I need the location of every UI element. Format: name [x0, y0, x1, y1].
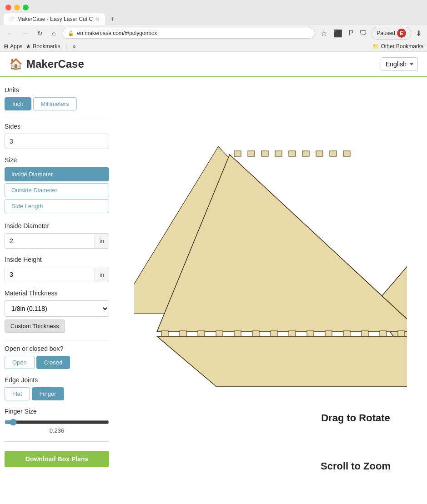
finger-size-section: Finger Size 0.236: [5, 408, 109, 434]
svg-rect-30: [343, 331, 350, 336]
svg-rect-7: [289, 151, 296, 156]
close-button[interactable]: [5, 5, 11, 10]
avatar-initial: E: [400, 30, 403, 36]
edge-joints-section: Edge Joints Flat Finger: [5, 376, 109, 400]
finger-button[interactable]: Finger: [32, 387, 64, 400]
page-header: 🏠 MakerCase English: [0, 52, 427, 77]
svg-rect-22: [198, 331, 205, 336]
zoom-hint: Scroll to Zoom: [321, 460, 391, 472]
logo-icon: 🏠: [9, 58, 23, 70]
sidebar: Units Inch Millimeters Sides Size Inside…: [0, 77, 114, 499]
side-length-btn[interactable]: Side Length: [5, 199, 109, 213]
maximize-button[interactable]: [23, 5, 29, 10]
units-toggle-group: Inch Millimeters: [5, 97, 109, 110]
inside-height-unit: in: [95, 268, 109, 282]
units-section: Units Inch Millimeters: [5, 86, 109, 110]
material-thickness-select[interactable]: 1/8in (0.118) 1/4in (0.25) Custom: [5, 300, 109, 317]
inside-height-input-group: in: [5, 267, 109, 282]
star-bookmark-icon: ★: [26, 43, 31, 50]
back-button[interactable]: ←: [4, 28, 15, 39]
units-label: Units: [5, 86, 109, 94]
svg-rect-33: [398, 331, 405, 336]
finger-size-slider-container: 0.236: [5, 419, 109, 434]
rotate-hint: Drag to Rotate: [321, 412, 391, 424]
inside-height-label: Inside Height: [5, 256, 109, 263]
shield-button[interactable]: 🛡: [358, 27, 369, 39]
svg-rect-8: [302, 151, 309, 156]
sides-input[interactable]: [5, 134, 109, 149]
svg-rect-32: [380, 331, 387, 336]
download-button[interactable]: Download Box Plans: [5, 451, 109, 467]
user-avatar: E: [397, 29, 406, 38]
svg-rect-3: [234, 151, 241, 156]
divider-3: [5, 441, 109, 442]
finger-size-label: Finger Size: [5, 408, 109, 415]
sides-label: Sides: [5, 123, 109, 130]
inside-diameter-unit: in: [95, 234, 109, 248]
browser-actions: ☆ ⬛ P 🛡 Paused E ⬇: [319, 27, 423, 40]
more-bookmarks-label: »: [73, 43, 76, 50]
layers-button[interactable]: ⬛: [332, 27, 344, 40]
tab-title: MakerCase - Easy Laser Cut C: [17, 16, 93, 22]
reload-button[interactable]: ↻: [35, 28, 45, 39]
star-button[interactable]: ☆: [319, 27, 329, 40]
svg-rect-9: [316, 151, 323, 156]
pinterest-button[interactable]: P: [347, 27, 356, 39]
flat-button[interactable]: Flat: [5, 387, 30, 400]
svg-rect-4: [248, 151, 255, 156]
view-area[interactable]: .box-face { fill: #e8d9a8; stroke: #3a2a…: [114, 77, 427, 499]
inside-height-input[interactable]: [5, 267, 95, 282]
open-button[interactable]: Open: [5, 356, 35, 369]
other-bookmarks[interactable]: 📁 Other Bookmarks: [372, 43, 423, 50]
svg-marker-2: [157, 155, 407, 332]
language-select[interactable]: English: [381, 57, 418, 71]
url-box[interactable]: 🔒 en.makercase.com/#/polygonbox: [62, 28, 315, 39]
browser-chrome: 📄 MakerCase - Easy Laser Cut C ✕ + ← → ↻…: [0, 0, 427, 52]
forward-button[interactable]: →: [19, 28, 31, 39]
svg-rect-6: [275, 151, 282, 156]
bookmarks-bar: ⊞ Apps ★ Bookmarks | » 📁 Other Bookmarks: [0, 41, 427, 52]
inside-diameter-input[interactable]: [5, 234, 95, 248]
logo[interactable]: 🏠 MakerCase: [9, 58, 84, 70]
svg-rect-28: [307, 331, 314, 336]
box-type-section: Open or closed box? Open Closed: [5, 345, 109, 369]
box-preview: .box-face { fill: #e8d9a8; stroke: #3a2a…: [134, 141, 407, 436]
svg-rect-31: [362, 331, 368, 336]
millimeters-button[interactable]: Millimeters: [33, 97, 77, 110]
closed-button[interactable]: Closed: [36, 356, 70, 369]
apps-grid-icon: ⊞: [4, 43, 8, 50]
edge-joints-toggle-group: Flat Finger: [5, 387, 109, 400]
finger-size-slider[interactable]: [5, 419, 109, 426]
minimize-button[interactable]: [14, 5, 20, 10]
outside-diameter-btn[interactable]: Outside Diameter: [5, 183, 109, 197]
active-tab[interactable]: 📄 MakerCase - Easy Laser Cut C ✕: [4, 13, 105, 25]
apps-bookmark[interactable]: ⊞ Apps: [4, 43, 22, 50]
inch-button[interactable]: Inch: [5, 97, 31, 110]
sides-section: Sides: [5, 123, 109, 149]
box-type-label: Open or closed box?: [5, 345, 109, 352]
lock-icon: 🔒: [68, 30, 74, 36]
svg-rect-23: [216, 331, 223, 336]
traffic-lights: [0, 0, 427, 13]
box-type-toggle-group: Open Closed: [5, 356, 109, 369]
svg-rect-24: [234, 331, 241, 336]
tab-close-button[interactable]: ✕: [95, 16, 100, 22]
main-content: Units Inch Millimeters Sides Size Inside…: [0, 77, 427, 499]
download-manager-button[interactable]: ⬇: [414, 27, 423, 40]
svg-rect-25: [252, 331, 259, 336]
bookmarks-bookmark[interactable]: ★ Bookmarks: [26, 43, 60, 50]
home-button[interactable]: ⌂: [49, 28, 58, 39]
svg-rect-27: [289, 331, 296, 336]
url-text: en.makercase.com/#/polygonbox: [77, 30, 157, 36]
material-thickness-section: Material Thickness 1/8in (0.118) 1/4in (…: [5, 289, 109, 333]
svg-rect-26: [271, 331, 277, 336]
inside-height-section: Inside Height in: [5, 256, 109, 282]
size-label: Size: [5, 156, 109, 164]
inside-diameter-btn[interactable]: Inside Diameter: [5, 167, 109, 181]
divider-2: [5, 340, 109, 340]
inside-diameter-input-group: in: [5, 233, 109, 249]
custom-thickness-button[interactable]: Custom Thickness: [5, 319, 65, 333]
paused-button[interactable]: Paused E: [372, 27, 411, 40]
new-tab-button[interactable]: +: [107, 13, 118, 25]
svg-rect-5: [261, 151, 268, 156]
